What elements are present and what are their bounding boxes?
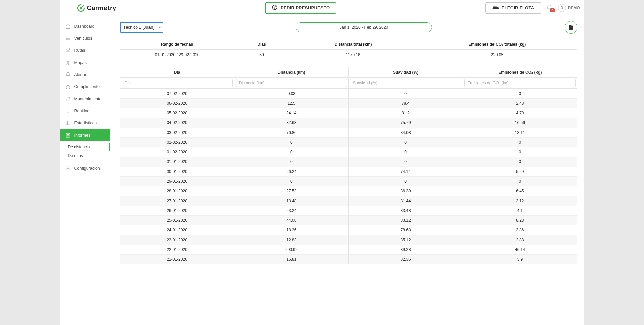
col-header-co2[interactable]: Emisiones de CO₂ (kg) — [463, 67, 577, 78]
table-row[interactable]: 24-01-202018.3678.633.86 — [120, 225, 577, 235]
filter-smooth[interactable] — [350, 79, 461, 87]
sidebar-item-vehicles[interactable]: Vehículos — [60, 32, 110, 44]
sidebar-item-maps[interactable]: Mapas — [60, 57, 110, 69]
table-row[interactable]: 01-02-2020000 — [120, 147, 577, 157]
list-icon — [65, 35, 71, 41]
table-row[interactable]: 29-01-2020000 — [120, 177, 577, 186]
summary-row: 01-01-2020 / 29-02-2020 59 1179.16 220.0… — [120, 50, 577, 60]
map-icon — [65, 60, 71, 66]
sidebar-item-ranking[interactable]: Ranking — [60, 105, 110, 117]
table-row[interactable]: 04-02-202082.6375.7916.56 — [120, 118, 577, 128]
sidebar: Dashboard Vehículos Rutas Mapas Alertas … — [60, 16, 110, 325]
car-icon — [492, 5, 499, 11]
user-menu[interactable]: D DEMO — [558, 4, 580, 12]
star-icon — [65, 84, 71, 90]
file-icon — [568, 24, 574, 30]
table-row[interactable]: 27-01-202013.4881.443.12 — [120, 196, 577, 206]
brand-logo[interactable]: Carmetry — [77, 4, 116, 12]
filter-dist[interactable] — [236, 79, 347, 87]
request-quote-button[interactable]: PEDIR PRESUPUESTO — [265, 2, 336, 14]
table-row[interactable]: 21-01-202015.8182.353.9 — [120, 255, 577, 264]
svg-point-12 — [67, 109, 69, 111]
technician-select[interactable]: Técnico 1 (Juan) ▾ — [120, 22, 163, 33]
filter-co2[interactable] — [464, 79, 575, 87]
table-row[interactable]: 06-02-202012.578.42.48 — [120, 99, 577, 108]
col-header-day[interactable]: Día — [120, 67, 234, 78]
chart-icon — [65, 120, 71, 126]
sidebar-item-statistics[interactable]: Estadísticas — [60, 117, 110, 129]
chevron-down-icon: ▾ — [159, 26, 161, 29]
svg-point-14 — [67, 168, 69, 169]
avatar: D — [558, 4, 566, 12]
menu-toggle[interactable] — [64, 3, 74, 13]
logo-icon — [77, 4, 85, 12]
summary-header-days: Días — [234, 39, 289, 50]
sidebar-item-compliance[interactable]: Cumplimiento — [60, 81, 110, 93]
sidebar-item-routes[interactable]: Rutas — [60, 44, 110, 57]
notification-count-badge: 0 — [550, 8, 554, 12]
table-row[interactable]: 26-01-202023.2483.484.1 — [120, 206, 577, 216]
summary-header-co2: Emisiones de CO₂ totales (kg) — [417, 39, 577, 50]
svg-point-6 — [66, 37, 66, 37]
svg-point-9 — [66, 51, 67, 52]
wrench-icon — [65, 96, 71, 102]
choose-fleet-button[interactable]: ELEGIR FLOTA — [485, 2, 541, 14]
data-table: Día Distancia (km) Suavidad (%) Emisione… — [120, 67, 577, 264]
gear-icon — [65, 165, 71, 171]
trophy-icon — [65, 108, 71, 114]
sidebar-item-dashboard[interactable]: Dashboard — [60, 20, 110, 32]
summary-header-range: Rango de fechas — [120, 39, 234, 50]
table-row[interactable]: 30-01-202026.2474.115.29 — [120, 167, 577, 177]
topbar: Carmetry PEDIR PRESUPUESTO ELEGIR FLOTA … — [60, 0, 584, 16]
help-icon — [272, 4, 278, 11]
svg-point-2 — [274, 8, 275, 9]
sidebar-item-reports[interactable]: Informes — [60, 129, 110, 141]
filter-day[interactable] — [122, 79, 233, 87]
export-button[interactable] — [565, 21, 577, 34]
table-row[interactable]: 28-01-202027.5336.396.45 — [120, 186, 577, 196]
summary-header-dist: Distancia total (km) — [289, 39, 417, 50]
table-row[interactable]: 02-02-2020000 — [120, 138, 577, 147]
table-row[interactable]: 07-02-20200.0300 — [120, 89, 577, 99]
main-content: Técnico 1 (Juan) ▾ Jan 1, 2020 - Feb 29,… — [110, 16, 584, 325]
bell-icon — [65, 72, 71, 78]
col-header-dist[interactable]: Distancia (km) — [234, 67, 348, 78]
home-icon — [65, 23, 71, 29]
table-row[interactable]: 23-01-202012.8335.122.88 — [120, 235, 577, 245]
sidebar-subitem-routes[interactable]: De rutas — [65, 151, 110, 160]
table-row[interactable]: 05-02-202024.1481.24.79 — [120, 108, 577, 118]
table-row[interactable]: 03-02-202076.8684.0813.11 — [120, 128, 577, 138]
sidebar-item-settings[interactable]: Configuración — [60, 162, 110, 174]
summary-table: Rango de fechas Días Distancia total (km… — [120, 39, 577, 60]
brand-name: Carmetry — [87, 4, 116, 12]
svg-point-8 — [66, 39, 66, 40]
sidebar-item-maintenance[interactable]: Mantenimiento — [60, 93, 110, 105]
table-row[interactable]: 22-01-2020290.9289.2846.14 — [120, 245, 577, 255]
date-range-picker[interactable]: Jan 1, 2020 - Feb 29, 2020 — [296, 22, 432, 32]
col-header-smooth[interactable]: Suavidad (%) — [349, 67, 463, 78]
sidebar-subitem-distance[interactable]: De distancia — [65, 143, 110, 151]
report-icon — [65, 132, 71, 138]
notifications-button[interactable]: 0 — [546, 4, 553, 12]
svg-point-10 — [69, 49, 70, 50]
svg-point-7 — [66, 38, 66, 38]
user-name: DEMO — [568, 6, 580, 10]
route-icon — [65, 47, 71, 53]
sidebar-item-alerts[interactable]: Alertas — [60, 69, 110, 81]
svg-marker-11 — [66, 84, 70, 89]
table-row[interactable]: 25-01-202044.0883.128.23 — [120, 216, 577, 225]
table-row[interactable]: 31-01-2020000 — [120, 157, 577, 167]
